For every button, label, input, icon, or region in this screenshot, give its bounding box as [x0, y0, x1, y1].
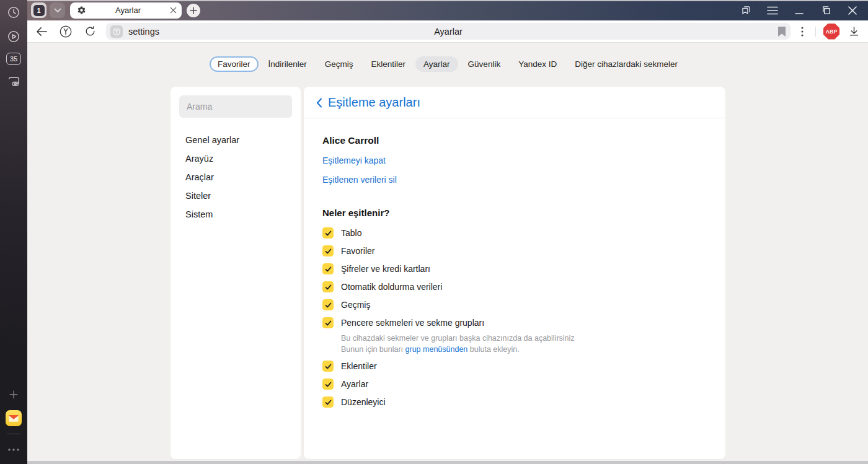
sync-item-label: Ayarlar: [341, 379, 368, 389]
sync-item-otomatik-doldurma-verileri: Otomatik doldurma verileri: [322, 281, 707, 292]
sync-item-label: Favoriler: [341, 246, 374, 256]
checkbox-pencere-sekmeleri-ve-sekme-gruplar[interactable]: [322, 317, 334, 328]
tab-close-icon[interactable]: [170, 7, 177, 14]
checkbox-tablo[interactable]: [322, 227, 334, 239]
sync-item-ayarlar: Ayarlar: [322, 379, 707, 390]
sync-item-label: Şifreler ve kredi kartları: [341, 264, 430, 274]
minimize-icon[interactable]: [793, 4, 805, 17]
sync-item-label: Otomatik doldurma verileri: [341, 282, 442, 292]
address-bar[interactable]: settings Ayarlar: [106, 23, 790, 40]
settings-menu-item-sistem[interactable]: Sistem: [179, 205, 292, 224]
panel-title: Eşitleme ayarları: [328, 95, 420, 110]
nav-tab-favoriler[interactable]: Favoriler: [210, 56, 259, 72]
settings-menu-item-aray-z[interactable]: Arayüz: [179, 149, 292, 168]
sync-section-title: Neler eşitlenir?: [322, 208, 707, 218]
sync-item-favoriler: Favoriler: [322, 245, 707, 256]
sync-item-label: Eklentiler: [341, 361, 377, 371]
nav-tab-i-ndirilenler[interactable]: İndirilenler: [260, 56, 315, 72]
delete-synced-data-link[interactable]: Eşitlenen verileri sil: [322, 175, 707, 185]
adblock-plus-badge[interactable]: ABP: [823, 24, 839, 40]
sync-item-label: Pencere sekmeleri ve sekme grupları: [341, 318, 484, 328]
url-text: settings: [128, 27, 159, 37]
nav-tab-di-er-cihazlardaki-sekmeler[interactable]: Diğer cihazlardaki sekmeler: [567, 56, 686, 72]
nav-tab-yandex-id[interactable]: Yandex ID: [510, 56, 565, 72]
settings-page: FavorilerİndirilenlerGeçmişEklentilerAya…: [27, 43, 868, 464]
nav-tab-ayarlar[interactable]: Ayarlar: [415, 56, 458, 72]
checkbox-ge-mi[interactable]: [322, 299, 334, 310]
sync-item-pencere-sekmeleri-ve-sekme-gruplar: Pencere sekmeleri ve sekme grupları: [322, 317, 707, 328]
tab-title: Ayarlar: [86, 6, 170, 15]
sync-item-description: Bu cihazdaki sekmeler ve grupları başka …: [341, 333, 707, 355]
toolbar-divider: [815, 27, 816, 37]
bookmark-flag-icon[interactable]: [777, 27, 786, 37]
refresh-icon[interactable]: [82, 24, 98, 40]
sync-item-label: Düzenleyici: [341, 397, 386, 407]
settings-sidebar-card: Genel ayarlarArayüzAraçlarSitelerSistem: [170, 87, 301, 459]
sync-item-label: Geçmiş: [341, 300, 370, 310]
browser-side-rail: 35: [0, 0, 27, 464]
page-favicon: [110, 25, 123, 38]
group-menu-link[interactable]: grup menüsünden: [405, 345, 468, 354]
screen-capture-icon[interactable]: [6, 73, 22, 89]
disable-sync-link[interactable]: Eşitlemeyi kapat: [322, 155, 707, 165]
panel-header: Eşitleme ayarları: [304, 87, 725, 118]
settings-nav-tabs: FavorilerİndirilenlerGeçmişEklentilerAya…: [27, 56, 868, 72]
nav-tab-eklentiler[interactable]: Eklentiler: [363, 56, 414, 72]
yandex-mail-icon[interactable]: [6, 410, 22, 426]
window-bottom-edge: [27, 461, 868, 464]
account-name: Alice Carroll: [322, 135, 707, 146]
close-window-icon[interactable]: [846, 4, 859, 17]
downloads-icon[interactable]: [849, 26, 859, 37]
extensions-kebab-icon[interactable]: [797, 27, 808, 37]
tab-count-value: 1: [33, 5, 45, 16]
restore-window-icon[interactable]: [820, 4, 832, 17]
settings-menu-item-siteler[interactable]: Siteler: [179, 186, 292, 205]
nav-tab-g-venlik[interactable]: Güvenlik: [460, 56, 509, 72]
sync-item-d-zenleyici: Düzenleyici: [322, 396, 707, 408]
nav-tab-ge-mi[interactable]: Geçmiş: [317, 56, 361, 72]
checkbox-favoriler[interactable]: [322, 245, 334, 256]
sync-item-label: Tablo: [341, 228, 361, 238]
more-options-dots-icon[interactable]: [6, 442, 22, 458]
play-media-icon[interactable]: [6, 28, 22, 45]
checkbox-ayarlar[interactable]: [322, 379, 334, 390]
sync-item-tablo: Tablo: [322, 227, 707, 239]
settings-menu-item-genel-ayarlar[interactable]: Genel ayarlar: [179, 131, 292, 149]
sync-item-ifreler-ve-kredi-kartlar: Şifreler ve kredi kartları: [322, 263, 707, 274]
add-panel-icon[interactable]: [6, 387, 22, 403]
sync-item-ge-mi: Geçmiş: [322, 299, 707, 310]
active-tab[interactable]: Ayarlar: [70, 2, 182, 19]
tab-list-chevron-button[interactable]: [50, 2, 65, 18]
history-clock-icon[interactable]: [6, 4, 22, 20]
sync-items-list: TabloFavorilerŞifreler ve kredi kartları…: [322, 227, 707, 408]
checkbox-d-zenleyici[interactable]: [322, 396, 334, 408]
gear-icon: [77, 6, 86, 15]
checkbox-otomatik-doldurma-verileri[interactable]: [322, 281, 334, 292]
search-input[interactable]: [179, 95, 292, 118]
tab-counter-badge[interactable]: 35: [6, 53, 21, 65]
sync-settings-card: Eşitleme ayarları Alice Carroll Eşitleme…: [304, 87, 725, 459]
rail-divider: [7, 434, 20, 434]
checkbox-eklentiler[interactable]: [322, 361, 334, 372]
settings-menu-item-ara-lar[interactable]: Araçlar: [179, 168, 292, 186]
settings-menu: Genel ayarlarArayüzAraçlarSitelerSistem: [179, 131, 292, 224]
tab-bar: 1 Ayarlar: [27, 0, 868, 20]
back-chevron-icon[interactable]: [316, 98, 322, 108]
checkbox-ifreler-ve-kredi-kartlar[interactable]: [322, 263, 334, 274]
sync-item-eklentiler: Eklentiler: [322, 361, 707, 372]
browser-toolbar: settings Ayarlar ABP: [27, 20, 868, 43]
tab-count-button[interactable]: 1: [31, 2, 46, 18]
menu-hamburger-icon[interactable]: [766, 4, 779, 17]
new-tab-button[interactable]: [187, 4, 200, 17]
yandex-button-icon[interactable]: [58, 24, 74, 40]
omnibox-page-title: Ayarlar: [434, 27, 463, 37]
back-arrow-icon[interactable]: [33, 24, 50, 40]
collections-icon[interactable]: [740, 4, 752, 17]
